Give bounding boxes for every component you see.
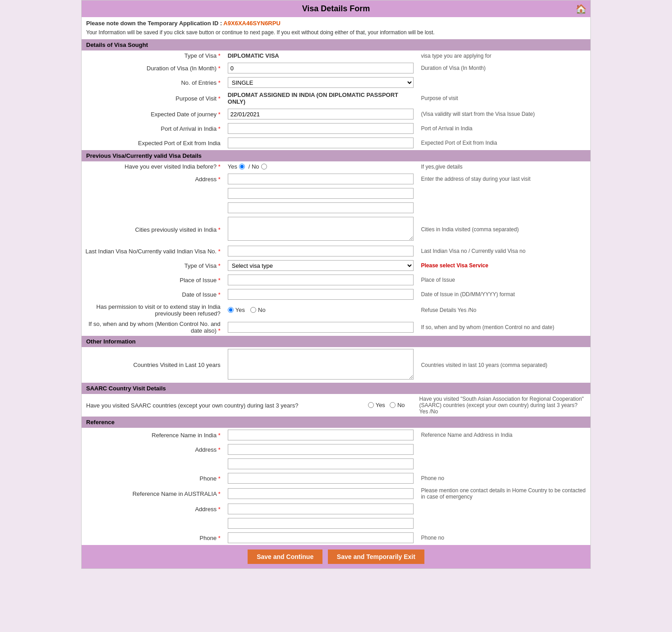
ref-name-aus-label: Reference Name in AUSTRALIA *	[82, 485, 224, 502]
duration-input[interactable]	[228, 63, 414, 73]
saarc-yes-radio[interactable]	[368, 402, 374, 408]
prev-type-visa-label: Type of Visa *	[82, 258, 224, 273]
port-exit-input[interactable]	[228, 137, 414, 148]
last-visa-no-hint: Last Indian Visa no / Currently valid Vi…	[417, 244, 590, 258]
table-row: Type of Visa * DIPLOMATIC VISA visa type…	[82, 50, 590, 61]
table-row: Address * Enter the address of stay duri…	[82, 172, 590, 186]
ref-address-aus-label: Address *	[82, 502, 224, 516]
address-input-2[interactable]	[228, 188, 414, 199]
table-row: Place of Issue * Place of Issue	[82, 273, 590, 287]
table-row: Type of Visa * Select visa type Please s…	[82, 258, 590, 273]
table-row: Purpose of Visit * DIPLOMAT ASSIGNED IN …	[82, 90, 590, 107]
visited-no-radio[interactable]	[261, 164, 267, 169]
ref-phone-aus-label: Phone *	[82, 531, 224, 545]
entries-select[interactable]: SINGLE DOUBLE MULTIPLE	[228, 77, 414, 88]
port-exit-label: Expected Port of Exit from India	[82, 136, 224, 150]
ref-phone-input[interactable]	[228, 473, 414, 484]
address-input-1[interactable]	[228, 174, 414, 184]
countries-visited-input[interactable]	[228, 349, 414, 380]
cities-hint: Cities in India visited (comma separated…	[417, 215, 590, 244]
cities-label: Cities previously visited in India *	[82, 215, 224, 244]
port-arrival-label: Port of Arrival in India *	[82, 121, 224, 136]
reference-table: Reference Name in India * Reference Name…	[82, 428, 590, 545]
saarc-label: Have you visited SAARC countries (except…	[82, 394, 364, 417]
countries-visited-label: Countries Visited in Last 10 years	[82, 347, 224, 383]
type-of-visa-hint: visa type you are applying for	[417, 50, 590, 61]
refused-control-input[interactable]	[228, 322, 414, 333]
table-row: Reference Name in India * Reference Name…	[82, 428, 590, 442]
ref-address-aus-input-2[interactable]	[228, 518, 414, 529]
table-row: Has permission to visit or to extend sta…	[82, 302, 590, 319]
visited-yes-radio-group: Yes / No	[228, 163, 267, 170]
port-arrival-input[interactable]	[228, 123, 414, 134]
ref-phone-aus-hint: Phone no	[417, 531, 590, 545]
refused-control-hint: If so, when and by whom (mention Control…	[417, 319, 590, 336]
table-row: Address *	[82, 442, 590, 457]
saarc-table: Have you visited SAARC countries (except…	[82, 394, 590, 417]
table-row: Expected Port of Exit from India Expecte…	[82, 136, 590, 150]
prev-type-visa-select[interactable]: Select visa type	[228, 260, 414, 271]
address-input-3[interactable]	[228, 202, 414, 213]
ref-phone-aus-input[interactable]	[228, 532, 414, 543]
refused-no-radio[interactable]	[250, 307, 256, 313]
table-row: Have you ever visited India before? * Ye…	[82, 161, 590, 172]
section-other-info: Other Information	[82, 336, 590, 347]
duration-label: Duration of Visa (In Month) *	[82, 61, 224, 75]
other-info-table: Countries Visited in Last 10 years Count…	[82, 347, 590, 383]
ref-address-input-2[interactable]	[228, 458, 414, 469]
details-of-visa-table: Type of Visa * DIPLOMATIC VISA visa type…	[82, 50, 590, 150]
place-issue-hint: Place of Issue	[417, 273, 590, 287]
last-visa-no-label: Last Indian Visa No/Currently valid Indi…	[82, 244, 224, 258]
purpose-hint: Purpose of visit	[417, 90, 590, 107]
visa-service-hint: Please select Visa Service	[421, 262, 488, 269]
port-exit-hint: Expected Port of Exit from India	[417, 136, 590, 150]
ref-name-aus-hint: Please mention one contact details in Ho…	[417, 485, 590, 502]
cities-input[interactable]	[228, 217, 414, 241]
save-exit-button[interactable]: Save and Temporarily Exit	[328, 550, 424, 564]
expected-date-input[interactable]	[228, 109, 414, 119]
table-row: Duration of Visa (In Month) * Duration o…	[82, 61, 590, 75]
ref-phone-label: Phone *	[82, 471, 224, 485]
ref-address-aus-input-1[interactable]	[228, 504, 414, 514]
ref-name-india-input[interactable]	[228, 430, 414, 440]
date-issue-input[interactable]	[228, 289, 414, 300]
table-row: Expected Date of journey * (Visa validit…	[82, 107, 590, 121]
button-row: Save and Continue Save and Temporarily E…	[82, 545, 590, 568]
visited-before-label: Have you ever visited India before? *	[82, 161, 224, 172]
table-row: If so, when and by whom (Mention Control…	[82, 319, 590, 336]
countries-visited-hint: Countries visited in last 10 years (comm…	[417, 347, 590, 383]
table-row	[82, 516, 590, 531]
expected-date-label: Expected Date of journey *	[82, 107, 224, 121]
ref-address-label: Address *	[82, 442, 224, 457]
table-row	[82, 201, 590, 215]
save-continue-button[interactable]: Save and Continue	[248, 550, 322, 564]
purpose-value: DIPLOMAT ASSIGNED IN INDIA (ON DIPLOMATI…	[228, 92, 398, 105]
refused-yes-radio[interactable]	[228, 307, 234, 313]
section-saarc: SAARC Country Visit Details	[82, 383, 590, 394]
last-visa-no-input[interactable]	[228, 246, 414, 256]
type-of-visa-value: DIPLOMATIC VISA	[228, 52, 279, 59]
previous-visa-table: Have you ever visited India before? * Ye…	[82, 161, 590, 336]
expected-date-hint: (Visa validity will start from the Visa …	[417, 107, 590, 121]
port-arrival-hint: Port of Arrival in India	[417, 121, 590, 136]
place-issue-input[interactable]	[228, 275, 414, 285]
table-row: Phone * Phone no	[82, 531, 590, 545]
ref-name-aus-input[interactable]	[228, 488, 414, 499]
refused-hint: Refuse Details Yes /No	[417, 302, 590, 319]
table-row: Port of Arrival in India * Port of Arriv…	[82, 121, 590, 136]
visited-yes-radio[interactable]	[239, 164, 245, 169]
page-header: Visa Details Form 🏠	[82, 0, 590, 17]
saarc-hint: Have you visited "South Asian Associatio…	[416, 394, 590, 417]
info-text: Your Information will be saved if you cl…	[82, 28, 590, 39]
app-id-value: A9X6XA46SYN6RPU	[223, 20, 280, 27]
section-details-of-visa: Details of Visa Sought	[82, 39, 590, 50]
saarc-no-radio[interactable]	[390, 402, 396, 408]
ref-address-input-1[interactable]	[228, 444, 414, 455]
table-row: Phone * Phone no	[82, 471, 590, 485]
table-row: No. of Entries * SINGLE DOUBLE MULTIPLE	[82, 75, 590, 90]
table-row: Countries Visited in Last 10 years Count…	[82, 347, 590, 383]
home-icon[interactable]: 🏠	[575, 4, 587, 14]
table-row: Last Indian Visa No/Currently valid Indi…	[82, 244, 590, 258]
table-row: Reference Name in AUSTRALIA * Please men…	[82, 485, 590, 502]
date-issue-label: Date of Issue *	[82, 287, 224, 302]
